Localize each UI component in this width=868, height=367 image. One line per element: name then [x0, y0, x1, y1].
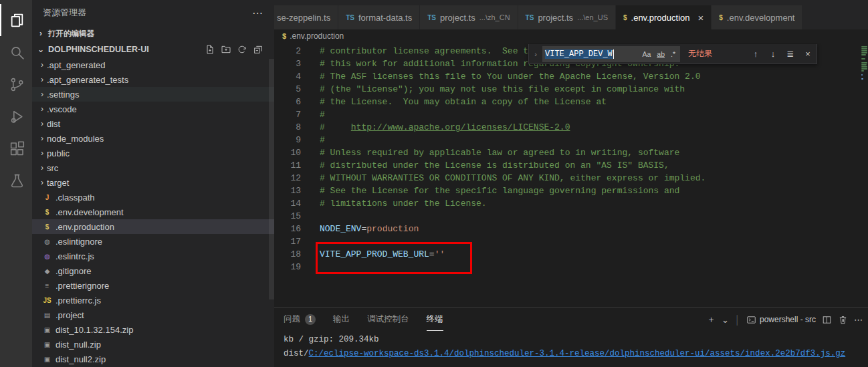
env-file-icon: $ — [719, 14, 723, 21]
tab-se-zeppelin.ts[interactable]: se-zeppelin.ts — [274, 5, 338, 29]
chevron-right-icon: › — [37, 104, 47, 114]
more-actions-icon[interactable]: ⋯ — [252, 7, 263, 19]
panel-tab-调试控制台[interactable]: 调试控制台 — [367, 308, 409, 331]
terminal-instance-label: powershell - src — [760, 315, 816, 324]
close-icon[interactable]: × — [802, 49, 814, 59]
chevron-right-icon: › — [37, 148, 47, 158]
panel-tab-label: 调试控制台 — [367, 314, 409, 325]
workspace-root-row[interactable]: ⌄ DOLPHINSCHEDULER-UI — [32, 41, 274, 57]
tree-item-target[interactable]: ›target — [32, 175, 274, 190]
previous-match-icon[interactable]: ↑ — [750, 49, 762, 59]
tree-item-.env.production[interactable]: $.env.production — [32, 219, 274, 234]
breadcrumb[interactable]: $ .env.production — [274, 29, 868, 43]
code-line: 6# the License. You may obtain a copy of… — [274, 96, 868, 108]
tree-item-node_modules[interactable]: ›node_modules — [32, 131, 274, 146]
panel-controls: ＋ ⌄ │ powershell - src ⋯ — [707, 308, 863, 331]
tree-item-label: target — [47, 178, 69, 188]
code-line: 4# The ASF licenses this file to You und… — [274, 70, 868, 83]
zip-icon: ▣ — [41, 356, 53, 363]
tree-item-.apt_generated[interactable]: ›.apt_generated — [32, 57, 274, 72]
toggle-replace-icon[interactable]: › — [532, 50, 540, 58]
tree-item-dist[interactable]: ›dist — [32, 116, 274, 131]
eslint-ignore-icon: ◍ — [41, 238, 53, 245]
chevron-right-icon: › — [37, 90, 47, 99]
panel-more-actions-icon[interactable]: ⋯ — [854, 315, 863, 325]
regex-icon[interactable]: .* — [669, 49, 677, 59]
sidebar-title: 资源管理器 — [43, 7, 86, 19]
new-terminal-icon[interactable]: ＋ — [707, 314, 716, 326]
explorer-icon[interactable] — [0, 4, 32, 36]
find-input[interactable]: VITE_APP_DEV_W Aa ab .* — [542, 46, 680, 62]
tree-item-dist_null2.zip[interactable]: ▣dist_null2.zip — [32, 352, 274, 366]
tree-item-public[interactable]: ›public — [32, 146, 274, 160]
testing-icon[interactable] — [0, 164, 32, 197]
code-line: 10# Unless required by applicable law or… — [274, 146, 868, 159]
match-case-icon[interactable]: Aa — [640, 49, 653, 59]
tab-.env.production[interactable]: $.env.production× — [616, 5, 712, 29]
terminal-output[interactable]: kb / gzip: 209.34kbdist/C:/eclipse-works… — [274, 331, 868, 361]
tab-project.ts[interactable]: TSproject.ts...\en_US — [518, 5, 616, 29]
line-number: 10 — [274, 146, 301, 159]
tree-item-.eslintrc.js[interactable]: ◍.eslintrc.js — [32, 249, 274, 263]
panel-tab-输出[interactable]: 输出 — [333, 308, 350, 331]
tree-item-label: .eslintrc.js — [56, 251, 94, 261]
terminal-dropdown-icon[interactable]: ⌄ — [722, 315, 729, 325]
new-folder-icon[interactable] — [221, 44, 231, 55]
explorer-actions — [205, 44, 270, 55]
next-match-icon[interactable]: ↓ — [767, 49, 779, 59]
terminal-link[interactable]: C:/eclipse-workspace-ds3.1.4/dolphinsche… — [309, 349, 846, 358]
minimap[interactable] — [861, 43, 868, 308]
collapse-all-icon[interactable] — [253, 44, 263, 55]
line-number: 12 — [274, 172, 301, 185]
panel-tab-问题[interactable]: 问题1 — [284, 308, 316, 331]
tab-.env.development[interactable]: $.env.development — [712, 5, 802, 29]
editor-tab-bar: se-zeppelin.tsTSformat-data.tsTSproject.… — [274, 0, 868, 29]
panel-tab-终端[interactable]: 终端 — [427, 308, 443, 331]
extensions-icon[interactable] — [0, 132, 32, 164]
tree-item-dist_null.zip[interactable]: ▣dist_null.zip — [32, 337, 274, 352]
open-editors-section[interactable]: › 打开的编辑器 — [32, 25, 274, 41]
tree-item-label: .eslintignore — [56, 237, 102, 247]
terminal-line: kb / gzip: 209.34kb — [284, 333, 868, 347]
panel-tab-label: 输出 — [333, 314, 350, 325]
new-file-icon[interactable] — [205, 44, 215, 55]
chevron-right-icon: › — [37, 178, 47, 187]
terminal-instance[interactable]: powershell - src — [746, 315, 816, 325]
whole-word-icon[interactable]: ab — [655, 49, 667, 59]
chevron-down-icon: ⌄ — [36, 45, 45, 54]
typescript-icon: TS — [526, 14, 534, 21]
code-line: 8# http://www.apache.org/licenses/LICENS… — [274, 121, 868, 134]
tree-item-.eslintignore[interactable]: ◍.eslintignore — [32, 234, 274, 249]
tree-item-label: public — [47, 148, 70, 158]
tree-item-.apt_generated_tests[interactable]: ›.apt_generated_tests — [32, 72, 274, 87]
tree-item-.gitignore[interactable]: ◆.gitignore — [32, 263, 274, 278]
find-result-status: 无结果 — [688, 48, 712, 59]
tree-item-src[interactable]: ›src — [32, 160, 274, 175]
split-terminal-icon[interactable] — [822, 314, 832, 325]
tree-item-.prettierignore[interactable]: ≡.prettierignore — [32, 278, 274, 293]
tree-item-.settings[interactable]: ›.settings — [32, 87, 274, 102]
close-icon[interactable]: × — [697, 12, 703, 23]
tree-item-.vscode[interactable]: ›.vscode — [32, 102, 274, 116]
search-icon[interactable] — [0, 36, 32, 68]
find-widget: › VITE_APP_DEV_W Aa ab .* 无结果 ↑ ↓ ≣ × — [528, 44, 817, 64]
editor-pane[interactable]: 2# contributor license agreements. See t… — [274, 43, 868, 308]
sidebar-scrollbar[interactable] — [269, 59, 274, 299]
line-number: 5 — [274, 83, 301, 96]
tab-format-data.ts[interactable]: TSformat-data.ts — [338, 5, 420, 29]
line-number: 8 — [274, 121, 301, 134]
tree-item-dist_10.1.32.154.zip[interactable]: ▣dist_10.1.32.154.zip — [32, 322, 274, 337]
source-control-icon[interactable] — [0, 68, 32, 100]
tree-item-.env.development[interactable]: $.env.development — [32, 205, 274, 219]
tree-item-.prettierrc.js[interactable]: JS.prettierrc.js — [32, 293, 274, 308]
tree-item-.project[interactable]: ▤.project — [32, 308, 274, 322]
line-number: 3 — [274, 57, 301, 70]
refresh-icon[interactable] — [237, 44, 247, 55]
kill-terminal-icon[interactable] — [838, 314, 848, 325]
vscode-window: 资源管理器 ⋯ › 打开的编辑器 ⌄ DOLPHINSCHEDULER-UI ›… — [0, 0, 868, 367]
tab-project.ts[interactable]: TSproject.ts...\zh_CN — [420, 5, 518, 29]
tree-item-.classpath[interactable]: J.classpath — [32, 190, 274, 205]
find-in-selection-icon[interactable]: ≣ — [784, 49, 796, 59]
line-number: 6 — [274, 96, 301, 108]
run-debug-icon[interactable] — [0, 100, 32, 132]
